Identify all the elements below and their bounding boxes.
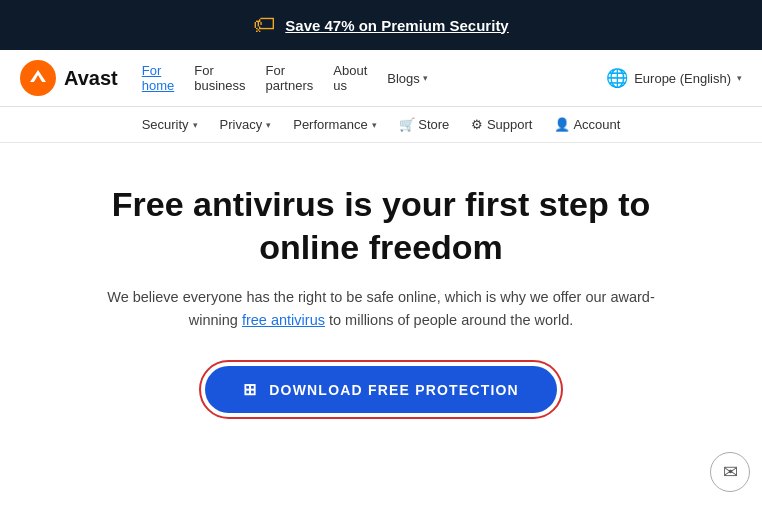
subnav-performance[interactable]: Performance ▾ [293, 117, 376, 132]
region-label: Europe (English) [634, 71, 731, 86]
banner-link[interactable]: Save 47% on Premium Security [285, 17, 508, 34]
windows-icon: ⊞ [243, 380, 257, 399]
chevron-icon: ▾ [423, 73, 428, 83]
nav-links: Forhome Forbusiness Forpartners Aboutus … [142, 63, 606, 93]
logo[interactable]: Avast [20, 60, 118, 96]
subnav-store[interactable]: 🛒 Store [399, 117, 450, 132]
top-nav: Avast Forhome Forbusiness Forpartners Ab… [0, 50, 762, 107]
download-button-wrapper: ⊞ DOWNLOAD FREE PROTECTION [199, 360, 563, 419]
sub-nav: Security ▾ Privacy ▾ Performance ▾ 🛒 Sto… [0, 107, 762, 143]
nav-about-us[interactable]: Aboutus [333, 63, 367, 93]
privacy-chevron: ▾ [266, 120, 271, 130]
hero-title: Free antivirus is your first step toonli… [60, 183, 702, 268]
nav-blogs[interactable]: Blogs ▾ [387, 63, 428, 93]
subnav-account[interactable]: 👤 Account [554, 117, 620, 132]
top-banner: 🏷 Save 47% on Premium Security [0, 0, 762, 50]
hero-subtitle: We believe everyone has the right to be … [101, 286, 661, 332]
globe-icon: 🌐 [606, 67, 628, 89]
logo-text: Avast [64, 67, 118, 90]
free-antivirus-link[interactable]: free antivirus [242, 312, 325, 328]
avast-logo-icon [20, 60, 56, 96]
subnav-privacy[interactable]: Privacy ▾ [220, 117, 272, 132]
nav-for-partners[interactable]: Forpartners [266, 63, 314, 93]
hero-section: Free antivirus is your first step toonli… [0, 143, 762, 449]
download-button[interactable]: ⊞ DOWNLOAD FREE PROTECTION [205, 366, 557, 413]
nav-region[interactable]: 🌐 Europe (English) ▾ [606, 67, 742, 89]
download-button-label: DOWNLOAD FREE PROTECTION [269, 382, 519, 398]
nav-for-home[interactable]: Forhome [142, 63, 175, 93]
security-chevron: ▾ [193, 120, 198, 130]
nav-for-business[interactable]: Forbusiness [194, 63, 245, 93]
subnav-security[interactable]: Security ▾ [142, 117, 198, 132]
region-chevron: ▾ [737, 73, 742, 83]
badge-icon: 🏷 [253, 12, 275, 38]
performance-chevron: ▾ [372, 120, 377, 130]
subnav-support[interactable]: ⚙ Support [471, 117, 532, 132]
